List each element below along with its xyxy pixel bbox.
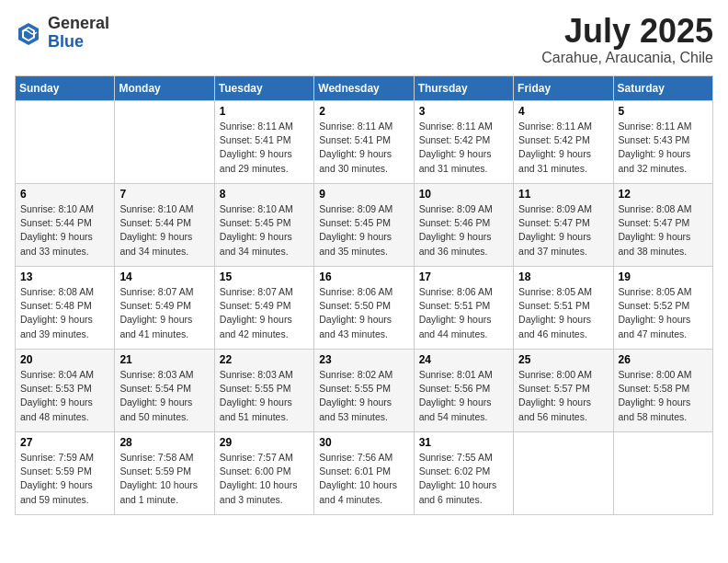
calendar-cell: 31Sunrise: 7:55 AM Sunset: 6:02 PM Dayli… <box>414 432 513 515</box>
page-header: General Blue July 2025 Carahue, Araucani… <box>15 15 713 66</box>
day-number: 11 <box>518 188 608 201</box>
day-info: Sunrise: 8:02 AM Sunset: 5:55 PM Dayligh… <box>319 368 408 424</box>
day-number: 27 <box>20 436 109 449</box>
calendar-cell: 18Sunrise: 8:05 AM Sunset: 5:51 PM Dayli… <box>514 267 613 350</box>
weekday-header-wednesday: Wednesday <box>314 76 414 101</box>
day-number: 21 <box>119 353 209 366</box>
day-number: 17 <box>419 270 508 283</box>
day-info: Sunrise: 8:06 AM Sunset: 5:51 PM Dayligh… <box>419 285 508 341</box>
day-number: 9 <box>319 188 408 201</box>
calendar-cell: 20Sunrise: 8:04 AM Sunset: 5:53 PM Dayli… <box>16 350 115 432</box>
day-number: 14 <box>119 270 209 283</box>
day-number: 23 <box>319 353 408 366</box>
day-info: Sunrise: 8:10 AM Sunset: 5:44 PM Dayligh… <box>20 202 109 259</box>
day-info: Sunrise: 7:58 AM Sunset: 5:59 PM Dayligh… <box>119 451 209 507</box>
calendar-cell: 29Sunrise: 7:57 AM Sunset: 6:00 PM Dayli… <box>214 432 313 515</box>
calendar-cell: 17Sunrise: 8:06 AM Sunset: 5:51 PM Dayli… <box>414 267 513 350</box>
day-info: Sunrise: 8:11 AM Sunset: 5:42 PM Dayligh… <box>518 120 608 176</box>
day-info: Sunrise: 8:04 AM Sunset: 5:53 PM Dayligh… <box>20 368 109 424</box>
day-number: 18 <box>518 270 608 283</box>
calendar-cell: 27Sunrise: 7:59 AM Sunset: 5:59 PM Dayli… <box>16 432 115 515</box>
day-number: 31 <box>419 436 508 449</box>
logo-text: General Blue <box>48 15 109 52</box>
calendar-cell: 13Sunrise: 8:08 AM Sunset: 5:48 PM Dayli… <box>16 267 115 350</box>
day-info: Sunrise: 8:07 AM Sunset: 5:49 PM Dayligh… <box>220 285 309 341</box>
logo-icon <box>15 19 42 47</box>
calendar-cell: 10Sunrise: 8:09 AM Sunset: 5:46 PM Dayli… <box>414 184 513 267</box>
month-title: July 2025 <box>541 15 713 48</box>
weekday-header-sunday: Sunday <box>16 76 115 101</box>
day-number: 13 <box>20 270 109 283</box>
day-number: 24 <box>419 353 508 366</box>
day-number: 7 <box>119 188 209 201</box>
day-info: Sunrise: 7:56 AM Sunset: 6:01 PM Dayligh… <box>319 451 408 507</box>
day-info: Sunrise: 8:05 AM Sunset: 5:52 PM Dayligh… <box>619 285 708 341</box>
calendar-cell: 19Sunrise: 8:05 AM Sunset: 5:52 PM Dayli… <box>613 267 712 350</box>
calendar-cell: 22Sunrise: 8:03 AM Sunset: 5:55 PM Dayli… <box>214 350 313 432</box>
day-number: 12 <box>619 188 708 201</box>
day-number: 29 <box>220 436 309 449</box>
calendar-cell: 8Sunrise: 8:10 AM Sunset: 5:45 PM Daylig… <box>214 184 313 267</box>
calendar-cell: 16Sunrise: 8:06 AM Sunset: 5:50 PM Dayli… <box>314 267 414 350</box>
day-info: Sunrise: 8:09 AM Sunset: 5:46 PM Dayligh… <box>419 202 508 259</box>
weekday-header-friday: Friday <box>514 76 613 101</box>
day-number: 6 <box>20 188 109 201</box>
calendar-table: SundayMondayTuesdayWednesdayThursdayFrid… <box>15 75 713 515</box>
calendar-cell: 14Sunrise: 8:07 AM Sunset: 5:49 PM Dayli… <box>115 267 214 350</box>
day-number: 25 <box>518 353 608 366</box>
day-number: 1 <box>220 105 309 118</box>
calendar-cell <box>16 101 115 184</box>
calendar-cell: 3Sunrise: 8:11 AM Sunset: 5:42 PM Daylig… <box>414 101 513 184</box>
day-info: Sunrise: 8:11 AM Sunset: 5:41 PM Dayligh… <box>220 120 309 176</box>
calendar-cell: 9Sunrise: 8:09 AM Sunset: 5:45 PM Daylig… <box>314 184 414 267</box>
calendar-cell: 11Sunrise: 8:09 AM Sunset: 5:47 PM Dayli… <box>514 184 613 267</box>
calendar-cell: 4Sunrise: 8:11 AM Sunset: 5:42 PM Daylig… <box>514 101 613 184</box>
calendar-cell: 26Sunrise: 8:00 AM Sunset: 5:58 PM Dayli… <box>613 350 712 432</box>
day-info: Sunrise: 7:59 AM Sunset: 5:59 PM Dayligh… <box>20 451 109 507</box>
calendar-cell <box>613 432 712 515</box>
calendar-cell: 2Sunrise: 8:11 AM Sunset: 5:41 PM Daylig… <box>314 101 414 184</box>
day-info: Sunrise: 7:57 AM Sunset: 6:00 PM Dayligh… <box>220 451 309 507</box>
day-info: Sunrise: 8:05 AM Sunset: 5:51 PM Dayligh… <box>518 285 608 341</box>
calendar-cell: 25Sunrise: 8:00 AM Sunset: 5:57 PM Dayli… <box>514 350 613 432</box>
day-number: 26 <box>619 353 708 366</box>
weekday-header-monday: Monday <box>115 76 214 101</box>
day-number: 22 <box>220 353 309 366</box>
calendar-cell: 12Sunrise: 8:08 AM Sunset: 5:47 PM Dayli… <box>613 184 712 267</box>
calendar-cell: 15Sunrise: 8:07 AM Sunset: 5:49 PM Dayli… <box>214 267 313 350</box>
logo: General Blue <box>15 15 109 52</box>
day-number: 10 <box>419 188 508 201</box>
day-number: 4 <box>518 105 608 118</box>
day-number: 3 <box>419 105 508 118</box>
day-info: Sunrise: 8:00 AM Sunset: 5:57 PM Dayligh… <box>518 368 608 424</box>
day-info: Sunrise: 8:03 AM Sunset: 5:55 PM Dayligh… <box>220 368 309 424</box>
calendar-cell: 1Sunrise: 8:11 AM Sunset: 5:41 PM Daylig… <box>214 101 313 184</box>
calendar-cell: 6Sunrise: 8:10 AM Sunset: 5:44 PM Daylig… <box>16 184 115 267</box>
day-info: Sunrise: 8:10 AM Sunset: 5:44 PM Dayligh… <box>119 202 209 259</box>
day-info: Sunrise: 8:00 AM Sunset: 5:58 PM Dayligh… <box>619 368 708 424</box>
calendar-cell <box>115 101 214 184</box>
day-info: Sunrise: 8:08 AM Sunset: 5:48 PM Dayligh… <box>20 285 109 341</box>
day-info: Sunrise: 8:09 AM Sunset: 5:45 PM Dayligh… <box>319 202 408 259</box>
title-block: July 2025 Carahue, Araucania, Chile <box>541 15 713 66</box>
location: Carahue, Araucania, Chile <box>541 50 713 66</box>
day-info: Sunrise: 8:10 AM Sunset: 5:45 PM Dayligh… <box>220 202 309 259</box>
day-info: Sunrise: 8:01 AM Sunset: 5:56 PM Dayligh… <box>419 368 508 424</box>
calendar-cell: 23Sunrise: 8:02 AM Sunset: 5:55 PM Dayli… <box>314 350 414 432</box>
day-number: 16 <box>319 270 408 283</box>
day-number: 2 <box>319 105 408 118</box>
day-number: 15 <box>220 270 309 283</box>
day-number: 28 <box>119 436 209 449</box>
day-info: Sunrise: 8:07 AM Sunset: 5:49 PM Dayligh… <box>119 285 209 341</box>
calendar-cell: 7Sunrise: 8:10 AM Sunset: 5:44 PM Daylig… <box>115 184 214 267</box>
weekday-header-saturday: Saturday <box>613 76 712 101</box>
day-info: Sunrise: 8:11 AM Sunset: 5:43 PM Dayligh… <box>619 120 708 176</box>
calendar-cell: 21Sunrise: 8:03 AM Sunset: 5:54 PM Dayli… <box>115 350 214 432</box>
day-number: 8 <box>220 188 309 201</box>
weekday-header-tuesday: Tuesday <box>214 76 313 101</box>
day-info: Sunrise: 7:55 AM Sunset: 6:02 PM Dayligh… <box>419 451 508 507</box>
day-number: 30 <box>319 436 408 449</box>
day-info: Sunrise: 8:06 AM Sunset: 5:50 PM Dayligh… <box>319 285 408 341</box>
calendar-cell: 5Sunrise: 8:11 AM Sunset: 5:43 PM Daylig… <box>613 101 712 184</box>
day-number: 20 <box>20 353 109 366</box>
